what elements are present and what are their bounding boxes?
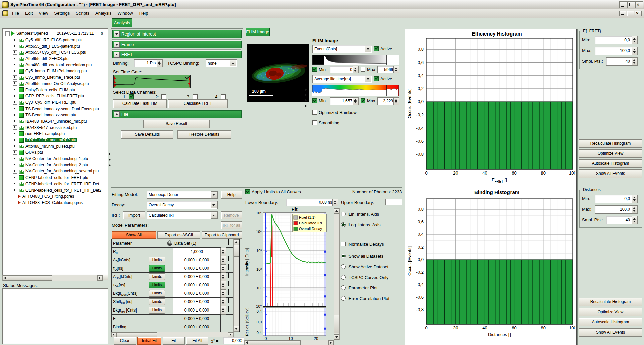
lifetime-min-field[interactable]: 1,657 bbox=[330, 97, 354, 105]
lifetime-min-checkbox[interactable] bbox=[312, 98, 317, 103]
efret-autoscale-button[interactable]: Autoscale Histogram bbox=[579, 159, 642, 168]
distances-recalculate-button[interactable]: Recalculate Histogram bbox=[579, 298, 642, 306]
channel-4-checkbox[interactable] bbox=[221, 94, 226, 99]
distances-optimize-button[interactable]: Optimize View bbox=[579, 308, 642, 316]
tree-item[interactable]: IBA488+IBA547_unlinked_mix.ptu bbox=[3, 118, 108, 125]
parameter-value[interactable]: 0,000 ± 0,000 bbox=[173, 272, 221, 281]
chevron-down-icon[interactable] bbox=[365, 46, 371, 52]
parameter-value[interactable]: 0,000 ± 0,000 bbox=[173, 264, 221, 273]
chevron-down-icon[interactable] bbox=[230, 60, 236, 66]
expand-icon[interactable] bbox=[13, 69, 17, 73]
menu-item-scripts[interactable]: Scripts bbox=[73, 9, 92, 16]
scroll-left-icon[interactable] bbox=[245, 340, 250, 345]
tree-item-label[interactable]: Atto655_diff_FLCS-pattern.ptu bbox=[25, 44, 80, 49]
lifetime-feature-dropdown[interactable]: Average life time[ns] bbox=[312, 75, 372, 83]
table-v-scrollbar[interactable] bbox=[233, 239, 239, 332]
splitter-arrow-icon[interactable] bbox=[109, 164, 111, 167]
scroll-up-icon[interactable] bbox=[234, 239, 239, 245]
save-result-button[interactable]: Save Result bbox=[143, 120, 210, 128]
tree-item[interactable]: CENP-labelled_cells_for_FRET_IRF_Det bbox=[3, 181, 108, 187]
chevron-down-icon[interactable] bbox=[211, 212, 217, 219]
tree-item[interactable]: Atto488_485nm_pulsed.ptu bbox=[3, 143, 108, 149]
parameter-spinner[interactable] bbox=[220, 306, 226, 315]
option-lin-intens-axis-radio[interactable] bbox=[341, 212, 346, 216]
intensity-active-checkbox[interactable] bbox=[374, 46, 379, 51]
expand-icon[interactable] bbox=[13, 169, 17, 174]
channel-2-checkbox[interactable] bbox=[161, 94, 166, 99]
channel-3-checkbox[interactable] bbox=[193, 94, 198, 99]
limits-button[interactable]: Limits bbox=[149, 273, 165, 280]
scroll-corner[interactable] bbox=[103, 275, 108, 280]
optimized-rainbow-checkbox[interactable] bbox=[312, 110, 317, 115]
apply-limits-checkbox[interactable] bbox=[245, 189, 250, 194]
tree-item[interactable]: Cy3+Cy5_diff_PIE-FRET.ptu bbox=[3, 99, 108, 106]
intensity-colorbar[interactable] bbox=[312, 55, 399, 65]
parameter-fit-checkbox[interactable] bbox=[226, 331, 233, 332]
import-button[interactable]: Import bbox=[123, 211, 145, 219]
lifetime-min-spinner[interactable] bbox=[353, 97, 359, 105]
chevron-down-icon[interactable] bbox=[365, 76, 371, 82]
menu-item-window[interactable]: Window bbox=[114, 9, 136, 16]
expand-icon[interactable] bbox=[13, 81, 17, 86]
parameter-value[interactable]: 0,000 ± 0,000 bbox=[173, 281, 221, 289]
scroll-thumb[interactable] bbox=[234, 245, 239, 257]
tree-item-label[interactable]: Cy5_diff_IRF+FLCS-pattern.ptu bbox=[25, 38, 82, 42]
tree-item-label[interactable]: IBA488+IBA547_unlinked_mix.ptu bbox=[25, 119, 87, 124]
distances-max-field[interactable]: 100,0 bbox=[595, 205, 632, 214]
fit-v-scrollbar[interactable] bbox=[334, 208, 340, 340]
calculate-fret-button[interactable]: Calculate FRET bbox=[168, 99, 228, 108]
option-log-intens-axis-radio[interactable] bbox=[341, 222, 346, 227]
tree-item-label[interactable]: FRET_GFP_and_mRFP.ptu bbox=[25, 138, 77, 142]
limits-button[interactable]: Limits bbox=[149, 298, 165, 305]
distances-smpl-spinner[interactable] bbox=[632, 216, 638, 224]
parameter-spinner[interactable] bbox=[220, 248, 226, 256]
efret-max-field[interactable]: 100,0 bbox=[595, 47, 632, 55]
lower-boundary-spinner[interactable] bbox=[332, 199, 338, 206]
tree-item-label[interactable]: Atto655_diff_2FFCS.ptu bbox=[25, 56, 69, 61]
distances-max-spinner[interactable] bbox=[632, 205, 638, 214]
tree-item-label[interactable]: Cy5_immo_Lifetime_Trace.ptu bbox=[25, 75, 80, 80]
efret-max-spinner[interactable] bbox=[632, 47, 638, 55]
tree-item[interactable]: FRET_GFP_and_mRFP.ptu bbox=[3, 137, 108, 143]
option-show-active-dataset-radio[interactable] bbox=[341, 264, 346, 269]
tree-item[interactable]: NV-Center_for_Antibunching_2.ptu bbox=[3, 162, 108, 168]
scroll-thumb[interactable] bbox=[116, 332, 157, 337]
limits-button[interactable]: Limits bbox=[149, 282, 165, 288]
table-h-scrollbar[interactable] bbox=[111, 332, 234, 337]
parameter-fit-checkbox[interactable] bbox=[226, 256, 233, 264]
expand-icon[interactable] bbox=[13, 57, 17, 61]
collapse-section-icon[interactable] bbox=[114, 42, 120, 48]
collapse-section-icon[interactable] bbox=[114, 111, 120, 117]
tree-item-label[interactable]: NV-Center_for_Antibunching_2.ptu bbox=[25, 163, 88, 167]
section-file[interactable]: File bbox=[112, 110, 241, 118]
parameter-fit-checkbox[interactable] bbox=[226, 264, 233, 273]
irf-for-all-button[interactable]: IRF for all bbox=[221, 221, 242, 229]
parameter-spinner[interactable] bbox=[220, 281, 226, 289]
tree-item[interactable]: Atto655_diff_FLCS-pattern.ptu bbox=[3, 43, 108, 49]
tree-item-label[interactable]: DaisyPollen_cells_FLIM.ptu bbox=[25, 88, 75, 92]
tree-item-label[interactable]: NV-Center_for_Antibunching_1.ptu bbox=[25, 156, 88, 161]
calculate-fastflim-button[interactable]: Calculate FastFLIM bbox=[113, 99, 167, 108]
tree-item[interactable]: TS-Bead_immo_xy-scan_Dual Focus.ptu bbox=[3, 106, 108, 112]
expand-icon[interactable] bbox=[13, 50, 17, 55]
decay-dropdown[interactable]: Overall Decay bbox=[147, 201, 218, 209]
save-defaults-button[interactable]: Save Defaults bbox=[121, 130, 173, 139]
tree-item[interactable]: NV-Center_for_Antibunching_several.ptu bbox=[3, 168, 108, 175]
efret-recalculate-button[interactable]: Recalculate Histogram bbox=[579, 139, 642, 148]
intensity-min-spinner[interactable] bbox=[353, 66, 359, 73]
tree-item[interactable]: NV-Center_for_Antibunching_1.ptu bbox=[3, 156, 108, 162]
tree-item-label[interactable]: GUVs.ptu bbox=[25, 150, 43, 155]
fit-h-scrollbar[interactable] bbox=[244, 340, 334, 345]
lifetime-active-checkbox[interactable] bbox=[374, 76, 379, 81]
splitter-arrow-icon[interactable] bbox=[109, 153, 111, 155]
limits-button[interactable]: Limits bbox=[149, 290, 165, 297]
lifetime-max-field[interactable]: 2,229 bbox=[377, 97, 395, 105]
efret-smpl-field[interactable]: 40 bbox=[606, 57, 632, 66]
tree-item[interactable]: Cy5_immo_Lifetime_Trace.ptu bbox=[3, 74, 108, 81]
option-show-all-datasets-radio[interactable] bbox=[341, 254, 346, 258]
tree-item-label[interactable]: Atto488_diff_cw_total_correlation.ptu bbox=[25, 63, 92, 67]
parameter-spinner[interactable] bbox=[220, 264, 226, 273]
tab-analysis[interactable]: Analysis bbox=[112, 18, 132, 27]
lifetime-max-spinner[interactable] bbox=[393, 97, 399, 105]
maximize-button[interactable] bbox=[627, 1, 635, 8]
